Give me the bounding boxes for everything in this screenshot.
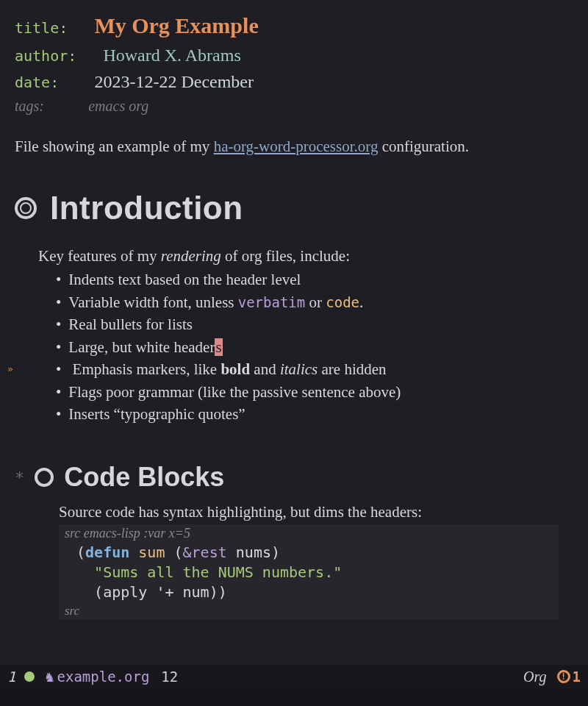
list-item: Variable width font, unless verbatim or … [56,291,573,313]
modeline-buffer-icon: ♞ [45,668,54,685]
intro-text-pre: File showing an example of my [15,138,214,155]
meta-author-key: author: [15,47,76,65]
verbatim-text: verbatim [238,294,306,310]
meta-title-line: title: My Org Example [15,9,573,42]
meta-date-key: date: [15,74,59,91]
meta-author-line: author: Howard X. Abrams [15,42,573,68]
list-item: Flags poor grammar (like the passive sen… [56,381,573,403]
features-lead: Key features of my rendering of org file… [38,247,573,265]
intro-text-post: configuration. [378,138,469,155]
list-item: Real bullets for lists [56,313,573,335]
warning-count: 1 [573,668,581,685]
source-block-header: src emacs-lisp :var x=5 [65,526,553,541]
heading-code-blocks-text: Code Blocks [64,462,224,493]
features-lead-emph: rendering [161,247,221,265]
heading-bullet-icon [35,468,54,487]
meta-title-key: title: [15,19,68,37]
folded-star-icon: * [15,468,24,487]
cursor: s [215,338,222,356]
src-lead-text: Source code has syntax highlighting, but… [59,503,573,521]
list-item: » Emphasis markers, like bold and italic… [56,358,573,380]
features-list: Indents text based on the header level V… [56,268,573,425]
list-item: Inserts “typographic quotes” [56,403,573,425]
code-text: code [326,294,359,310]
modeline-window-number: 1 [7,668,15,685]
minibuffer[interactable] [0,688,588,706]
source-code[interactable]: (defun sum (&rest nums) "Sums all the NU… [65,541,553,604]
heading-code-blocks: * Code Blocks [15,462,573,493]
config-link[interactable]: ha-org-word-processor.org [214,138,379,155]
fringe-indicator-icon: » [7,363,13,377]
list-item: Large, but white headers [56,336,573,358]
meta-tags-value: emacs org [88,98,148,114]
modeline[interactable]: 1 ♞ example.org 12 Org ! 1 [0,665,588,688]
meta-author-value: Howard X. Abrams [103,46,240,65]
editor-buffer[interactable]: title: My Org Example author: Howard X. … [0,0,588,662]
meta-tags-key: tags: [15,98,44,114]
meta-title-value: My Org Example [94,13,258,38]
list-item: Indents text based on the header level [56,268,573,290]
modeline-modified-icon [24,671,35,682]
bold-text: bold [220,360,250,378]
modeline-flycheck-warning[interactable]: ! 1 [557,668,581,685]
modeline-filename[interactable]: example.org [57,668,150,685]
intro-paragraph: File showing an example of my ha-org-wor… [15,136,573,157]
heading-bullet-icon [15,197,37,219]
warning-icon: ! [557,670,570,683]
meta-tags-line: tags: emacs org [15,95,573,117]
heading-introduction: Introduction [15,190,573,227]
source-block-footer: src [65,604,553,618]
source-block[interactable]: src emacs-lisp :var x=5 (defun sum (&res… [59,524,559,620]
meta-date-value: 2023-12-22 December [94,72,254,91]
meta-date-line: date: 2023-12-22 December [15,68,573,95]
italic-text: italics [280,360,318,378]
heading-introduction-text: Introduction [50,190,243,227]
modeline-major-mode[interactable]: Org [523,668,546,685]
modeline-line-number: 12 [161,668,178,685]
